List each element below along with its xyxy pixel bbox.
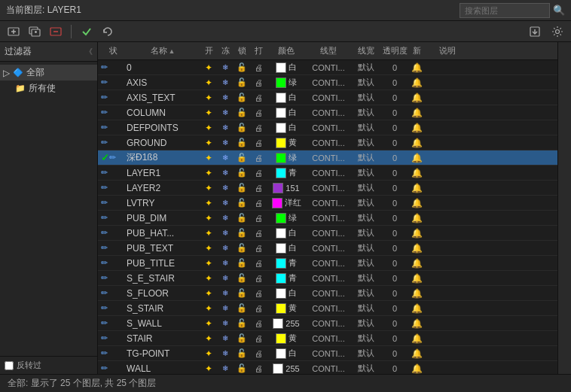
- cell-print[interactable]: 🖨: [250, 319, 267, 328]
- cell-on[interactable]: ✦: [200, 258, 217, 269]
- cell-linetype[interactable]: CONTI...: [306, 199, 351, 208]
- cell-on[interactable]: ✦: [200, 288, 217, 299]
- cell-lock[interactable]: 🔓: [234, 198, 250, 208]
- table-row[interactable]: ✏0✦❄🔓🖨白CONTI...默认0🔔: [98, 60, 557, 75]
- cell-layer-name[interactable]: LAYER1: [125, 168, 200, 178]
- cell-on[interactable]: ✦: [200, 333, 217, 344]
- cell-freeze[interactable]: ❄: [217, 93, 234, 102]
- cell-on[interactable]: ✦: [200, 198, 217, 208]
- cell-layer-name[interactable]: LVTRY: [125, 198, 200, 208]
- cell-layer-name[interactable]: STAIR: [125, 333, 200, 344]
- cell-transparency[interactable]: 0: [381, 259, 408, 268]
- cell-transparency[interactable]: 0: [381, 274, 408, 283]
- cell-print[interactable]: 🖨: [250, 123, 267, 132]
- cell-linewidth[interactable]: 默认: [351, 212, 381, 223]
- cell-linewidth[interactable]: 默认: [351, 137, 381, 148]
- cell-transparency[interactable]: 0: [381, 138, 408, 147]
- cell-transparency[interactable]: 0: [381, 244, 408, 253]
- cell-layer-name[interactable]: WALL: [125, 363, 200, 374]
- cell-lock[interactable]: 🔓: [234, 138, 250, 147]
- cell-lock[interactable]: 🔓: [234, 243, 250, 253]
- table-row[interactable]: ✏LAYER1✦❄🔓🖨青CONTI...默认0🔔: [98, 166, 557, 181]
- cell-linetype[interactable]: CONTI...: [306, 153, 351, 163]
- cell-freeze[interactable]: ❄: [217, 289, 234, 297]
- table-row[interactable]: ✏PUB_HAT...✦❄🔓🖨白CONTI...默认0🔔: [98, 226, 557, 241]
- reverse-filter-checkbox[interactable]: [5, 361, 14, 370]
- cell-linetype[interactable]: CONTI...: [306, 334, 351, 343]
- cell-on[interactable]: ✦: [200, 183, 217, 193]
- cell-print[interactable]: 🖨: [250, 349, 267, 358]
- cell-linetype[interactable]: CONTI...: [306, 93, 351, 102]
- cell-color[interactable]: 白: [267, 122, 306, 133]
- cell-linewidth[interactable]: 默认: [351, 122, 381, 133]
- cell-print[interactable]: 🖨: [250, 364, 267, 373]
- cell-color[interactable]: 白: [267, 62, 306, 73]
- cell-color[interactable]: 白: [267, 92, 306, 103]
- cell-freeze[interactable]: ❄: [217, 274, 234, 282]
- cell-print[interactable]: 🖨: [250, 199, 267, 208]
- refresh-button[interactable]: [99, 24, 117, 39]
- cell-print[interactable]: 🖨: [250, 214, 267, 223]
- table-row[interactable]: ✏S_E_STAIR✦❄🔓🖨青CONTI...默认0🔔: [98, 271, 557, 286]
- cell-print[interactable]: 🖨: [250, 63, 267, 72]
- cell-on[interactable]: ✦: [200, 138, 217, 148]
- cell-layer-name[interactable]: PUB_TEXT: [125, 243, 200, 254]
- cell-print[interactable]: 🖨: [250, 93, 267, 102]
- table-row[interactable]: ✏DEFPOINTS✦❄🔓🖨白CONTI...默认0🔔: [98, 120, 557, 135]
- cell-linewidth[interactable]: 默认: [351, 242, 381, 254]
- cell-lock[interactable]: 🔓: [234, 108, 250, 117]
- delete-layer-button[interactable]: [47, 24, 65, 39]
- cell-linewidth[interactable]: 默认: [351, 318, 381, 329]
- cell-on[interactable]: ✦: [200, 213, 217, 223]
- cell-on[interactable]: ✦: [200, 123, 217, 133]
- filter-collapse-button[interactable]: 《: [85, 47, 93, 57]
- settings-button[interactable]: [548, 24, 566, 39]
- cell-freeze[interactable]: ❄: [217, 304, 234, 312]
- cell-layer-name[interactable]: AXIS_TEXT: [125, 93, 200, 103]
- cell-transparency[interactable]: 0: [381, 364, 408, 373]
- cell-color[interactable]: 白: [267, 348, 306, 359]
- cell-color[interactable]: 白: [267, 287, 306, 299]
- cell-transparency[interactable]: 0: [381, 349, 408, 358]
- cell-layer-name[interactable]: 深Ð1ß8: [125, 151, 200, 164]
- cell-linewidth[interactable]: 默认: [351, 107, 381, 118]
- cell-lock[interactable]: 🔓: [234, 153, 250, 163]
- cell-print[interactable]: 🖨: [250, 78, 267, 87]
- cell-color[interactable]: 黄: [267, 302, 306, 314]
- cell-color[interactable]: 255: [267, 318, 306, 329]
- filter-item-used[interactable]: 📁 所有使: [12, 81, 97, 96]
- cell-linewidth[interactable]: 默认: [351, 197, 381, 208]
- cell-print[interactable]: 🖨: [250, 153, 267, 163]
- cell-color[interactable]: 255: [267, 363, 306, 374]
- cell-print[interactable]: 🖨: [250, 138, 267, 147]
- cell-lock[interactable]: 🔓: [234, 77, 250, 87]
- cell-color[interactable]: 黄: [267, 333, 306, 344]
- cell-linetype[interactable]: CONTI...: [306, 244, 351, 253]
- cell-linetype[interactable]: CONTI...: [306, 289, 351, 298]
- cell-linewidth[interactable]: 默认: [351, 333, 381, 344]
- cell-layer-name[interactable]: GROUND: [125, 138, 200, 148]
- cell-on[interactable]: ✦: [200, 93, 217, 103]
- table-row[interactable]: ✏AXIS✦❄🔓🖨绿CONTI...默认0🔔: [98, 75, 557, 90]
- cell-lock[interactable]: 🔓: [234, 318, 250, 328]
- table-row[interactable]: ✏S_STAIR✦❄🔓🖨黄CONTI...默认0🔔: [98, 301, 557, 316]
- cell-transparency[interactable]: 0: [381, 123, 408, 132]
- set-current-button[interactable]: [78, 24, 96, 39]
- table-row[interactable]: ✏LAYER2✦❄🔓🖨151CONTI...默认0🔔: [98, 181, 557, 196]
- cell-layer-name[interactable]: COLUMN: [125, 108, 200, 118]
- cell-transparency[interactable]: 0: [381, 184, 408, 193]
- cell-on[interactable]: ✦: [200, 243, 217, 254]
- table-row[interactable]: ✏WALL✦❄🔓🖨255CONTI...默认0🔔: [98, 361, 557, 374]
- cell-freeze[interactable]: ❄: [217, 184, 234, 192]
- cell-on[interactable]: ✦: [200, 228, 217, 239]
- cell-linetype[interactable]: CONTI...: [306, 214, 351, 223]
- cell-layer-name[interactable]: S_E_STAIR: [125, 273, 200, 284]
- cell-lock[interactable]: 🔓: [234, 123, 250, 132]
- cell-print[interactable]: 🖨: [250, 289, 267, 298]
- cell-layer-name[interactable]: DEFPOINTS: [125, 123, 200, 133]
- cell-lock[interactable]: 🔓: [234, 348, 250, 358]
- cell-freeze[interactable]: ❄: [217, 334, 234, 342]
- cell-on[interactable]: ✦: [200, 303, 217, 314]
- cell-linetype[interactable]: CONTI...: [306, 78, 351, 87]
- cell-transparency[interactable]: 0: [381, 214, 408, 223]
